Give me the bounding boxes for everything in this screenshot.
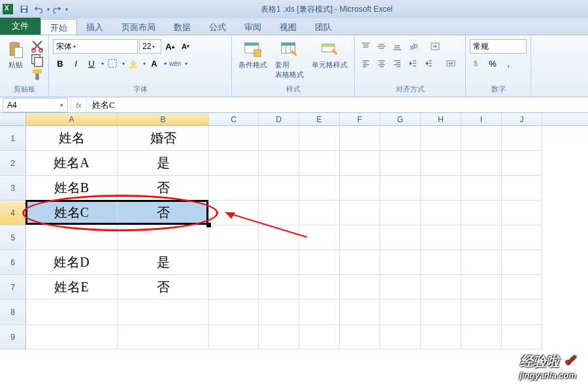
cell-D4[interactable]: [259, 201, 299, 225]
decrease-indent-button[interactable]: [406, 56, 420, 71]
row-header-9[interactable]: 9: [0, 325, 26, 350]
col-header-H[interactable]: H: [421, 113, 461, 125]
tab-layout[interactable]: 页面布局: [112, 19, 165, 35]
col-header-I[interactable]: I: [461, 113, 502, 125]
cell-D6[interactable]: [259, 250, 299, 275]
cell-J1[interactable]: [502, 126, 542, 151]
cell-B3[interactable]: 否: [118, 176, 209, 201]
align-center-button[interactable]: [374, 56, 389, 71]
cell-I9[interactable]: [461, 325, 502, 350]
cell-D5[interactable]: [259, 225, 299, 250]
merge-button[interactable]: [444, 56, 458, 71]
cell-D2[interactable]: [259, 151, 299, 176]
cell-B7[interactable]: 否: [118, 275, 209, 300]
cell-F6[interactable]: [340, 250, 380, 275]
cell-G9[interactable]: [380, 325, 421, 350]
cell-B5[interactable]: [118, 225, 209, 250]
border-button[interactable]: [105, 56, 120, 71]
cell-A4[interactable]: 姓名C: [26, 201, 118, 225]
col-header-A[interactable]: A: [26, 113, 118, 125]
cell-F1[interactable]: [340, 126, 380, 151]
underline-button[interactable]: U: [84, 56, 99, 71]
font-color-button[interactable]: A: [147, 56, 161, 71]
cell-G7[interactable]: [380, 275, 421, 300]
col-header-C[interactable]: C: [209, 113, 259, 125]
cell-G2[interactable]: [380, 151, 421, 176]
cut-button[interactable]: [30, 39, 44, 52]
border-dropdown[interactable]: ▾: [122, 61, 125, 67]
col-header-E[interactable]: E: [299, 113, 340, 125]
cell-F2[interactable]: [340, 151, 380, 176]
cell-A7[interactable]: 姓名E: [26, 275, 118, 300]
tab-view[interactable]: 视图: [270, 19, 306, 35]
cell-E3[interactable]: [299, 176, 340, 201]
cell-D9[interactable]: [259, 325, 299, 350]
fill-handle[interactable]: [206, 223, 211, 227]
cell-I3[interactable]: [461, 176, 502, 201]
name-box[interactable]: A4 ▾: [3, 98, 68, 112]
tab-team[interactable]: 团队: [306, 19, 341, 35]
cell-D7[interactable]: [259, 275, 299, 300]
cell-A2[interactable]: 姓名A: [26, 151, 118, 176]
col-header-G[interactable]: G: [380, 113, 421, 125]
cell-H8[interactable]: [421, 300, 461, 325]
row-header-3[interactable]: 3: [0, 176, 26, 201]
col-header-F[interactable]: F: [340, 113, 380, 125]
cell-F5[interactable]: [340, 225, 380, 250]
cell-G4[interactable]: [380, 201, 421, 225]
tab-file[interactable]: 文件: [0, 18, 41, 35]
cell-style-button[interactable]: 单元格样式: [309, 39, 350, 71]
cell-D3[interactable]: [259, 176, 299, 201]
cell-E4[interactable]: [299, 201, 340, 225]
cell-G3[interactable]: [380, 176, 421, 201]
cell-J5[interactable]: [502, 225, 542, 250]
cell-C2[interactable]: [209, 151, 259, 176]
cell-J4[interactable]: [502, 201, 542, 225]
cell-E1[interactable]: [299, 126, 340, 151]
fx-button[interactable]: fx: [71, 98, 86, 112]
cell-H1[interactable]: [421, 126, 461, 151]
percent-button[interactable]: %: [485, 56, 500, 71]
align-bottom-button[interactable]: [390, 39, 404, 54]
row-header-2[interactable]: 2: [0, 151, 26, 176]
cell-H4[interactable]: [421, 201, 461, 225]
cell-F7[interactable]: [340, 275, 380, 300]
font-name-combo[interactable]: 宋体▾: [53, 39, 138, 54]
phonetic-dropdown[interactable]: ▾: [185, 61, 188, 67]
fill-color-button[interactable]: [126, 56, 140, 71]
formula-input[interactable]: [86, 98, 588, 112]
cell-C5[interactable]: [209, 225, 259, 250]
row-header-7[interactable]: 7: [0, 275, 26, 300]
cell-E6[interactable]: [299, 250, 340, 275]
copy-button[interactable]: [30, 54, 44, 67]
grow-font-button[interactable]: A▴: [163, 39, 177, 54]
fill-color-dropdown[interactable]: ▾: [143, 61, 146, 67]
cell-F9[interactable]: [340, 325, 380, 350]
cell-I5[interactable]: [461, 225, 502, 250]
col-header-D[interactable]: D: [259, 113, 299, 125]
format-painter-button[interactable]: [30, 68, 44, 81]
phonetic-button[interactable]: wén: [168, 56, 182, 71]
cell-I6[interactable]: [461, 250, 502, 275]
orientation-button[interactable]: ab: [406, 39, 420, 54]
cell-A8[interactable]: [26, 300, 118, 325]
cell-I1[interactable]: [461, 126, 502, 151]
cell-B2[interactable]: 是: [118, 151, 209, 176]
cell-C3[interactable]: [209, 176, 259, 201]
cell-C1[interactable]: [209, 126, 259, 151]
cell-B1[interactable]: 婚否: [118, 126, 209, 151]
number-format-combo[interactable]: 常规: [470, 39, 527, 54]
cell-J7[interactable]: [502, 275, 542, 300]
font-size-combo[interactable]: 22▾: [139, 39, 161, 54]
underline-dropdown[interactable]: ▾: [101, 61, 104, 67]
cell-F3[interactable]: [340, 176, 380, 201]
shrink-font-button[interactable]: A▾: [178, 39, 193, 54]
cell-B4[interactable]: 否: [118, 201, 209, 225]
cell-G5[interactable]: [380, 225, 421, 250]
cell-I4[interactable]: [461, 201, 502, 225]
tab-home[interactable]: 开始: [41, 19, 77, 35]
cell-E5[interactable]: [299, 225, 340, 250]
cell-A1[interactable]: 姓名: [26, 126, 118, 151]
cell-C6[interactable]: [209, 250, 259, 275]
cell-H6[interactable]: [421, 250, 461, 275]
